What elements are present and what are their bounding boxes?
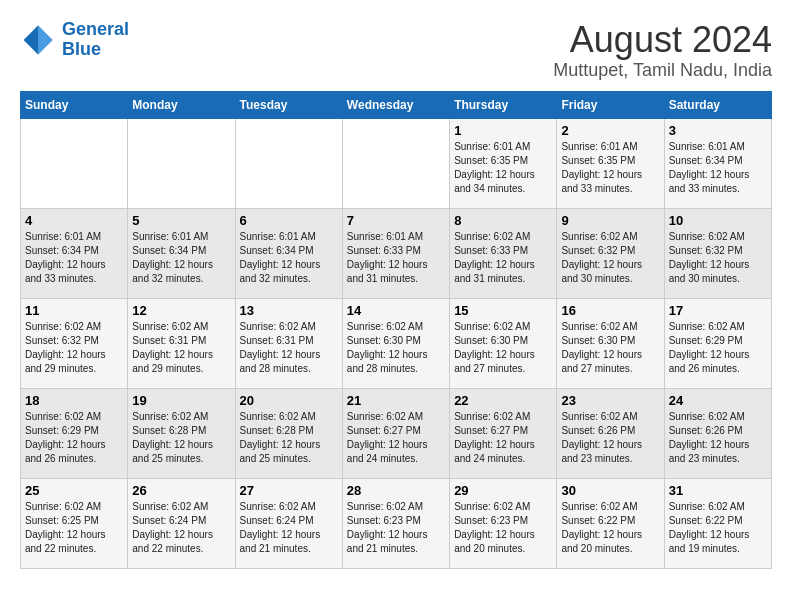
day-detail: Sunrise: 6:02 AM Sunset: 6:29 PM Dayligh… (25, 410, 123, 466)
calendar-cell (128, 118, 235, 208)
calendar-cell: 13Sunrise: 6:02 AM Sunset: 6:31 PM Dayli… (235, 298, 342, 388)
day-detail: Sunrise: 6:01 AM Sunset: 6:35 PM Dayligh… (454, 140, 552, 196)
day-detail: Sunrise: 6:02 AM Sunset: 6:26 PM Dayligh… (669, 410, 767, 466)
calendar-cell: 6Sunrise: 6:01 AM Sunset: 6:34 PM Daylig… (235, 208, 342, 298)
day-number: 7 (347, 213, 445, 228)
calendar-cell: 18Sunrise: 6:02 AM Sunset: 6:29 PM Dayli… (21, 388, 128, 478)
day-detail: Sunrise: 6:02 AM Sunset: 6:22 PM Dayligh… (669, 500, 767, 556)
day-detail: Sunrise: 6:02 AM Sunset: 6:23 PM Dayligh… (454, 500, 552, 556)
weekday-header: Friday (557, 91, 664, 118)
day-number: 11 (25, 303, 123, 318)
calendar-cell: 10Sunrise: 6:02 AM Sunset: 6:32 PM Dayli… (664, 208, 771, 298)
calendar-week-row: 1Sunrise: 6:01 AM Sunset: 6:35 PM Daylig… (21, 118, 772, 208)
calendar-cell: 29Sunrise: 6:02 AM Sunset: 6:23 PM Dayli… (450, 478, 557, 568)
calendar-cell: 8Sunrise: 6:02 AM Sunset: 6:33 PM Daylig… (450, 208, 557, 298)
day-number: 14 (347, 303, 445, 318)
day-number: 3 (669, 123, 767, 138)
calendar-cell: 2Sunrise: 6:01 AM Sunset: 6:35 PM Daylig… (557, 118, 664, 208)
calendar-cell: 15Sunrise: 6:02 AM Sunset: 6:30 PM Dayli… (450, 298, 557, 388)
day-number: 26 (132, 483, 230, 498)
day-number: 24 (669, 393, 767, 408)
day-number: 31 (669, 483, 767, 498)
day-number: 10 (669, 213, 767, 228)
calendar-cell: 7Sunrise: 6:01 AM Sunset: 6:33 PM Daylig… (342, 208, 449, 298)
weekday-header: Thursday (450, 91, 557, 118)
day-number: 1 (454, 123, 552, 138)
day-number: 6 (240, 213, 338, 228)
day-detail: Sunrise: 6:01 AM Sunset: 6:34 PM Dayligh… (669, 140, 767, 196)
calendar-cell: 27Sunrise: 6:02 AM Sunset: 6:24 PM Dayli… (235, 478, 342, 568)
day-detail: Sunrise: 6:02 AM Sunset: 6:26 PM Dayligh… (561, 410, 659, 466)
weekday-header: Tuesday (235, 91, 342, 118)
day-number: 13 (240, 303, 338, 318)
day-number: 22 (454, 393, 552, 408)
day-number: 30 (561, 483, 659, 498)
day-number: 5 (132, 213, 230, 228)
day-detail: Sunrise: 6:02 AM Sunset: 6:28 PM Dayligh… (240, 410, 338, 466)
day-detail: Sunrise: 6:02 AM Sunset: 6:25 PM Dayligh… (25, 500, 123, 556)
day-number: 18 (25, 393, 123, 408)
day-detail: Sunrise: 6:02 AM Sunset: 6:32 PM Dayligh… (25, 320, 123, 376)
day-number: 17 (669, 303, 767, 318)
day-detail: Sunrise: 6:02 AM Sunset: 6:31 PM Dayligh… (240, 320, 338, 376)
day-detail: Sunrise: 6:02 AM Sunset: 6:22 PM Dayligh… (561, 500, 659, 556)
day-detail: Sunrise: 6:02 AM Sunset: 6:29 PM Dayligh… (669, 320, 767, 376)
calendar-week-row: 11Sunrise: 6:02 AM Sunset: 6:32 PM Dayli… (21, 298, 772, 388)
day-detail: Sunrise: 6:02 AM Sunset: 6:30 PM Dayligh… (561, 320, 659, 376)
calendar-cell: 1Sunrise: 6:01 AM Sunset: 6:35 PM Daylig… (450, 118, 557, 208)
calendar-cell: 21Sunrise: 6:02 AM Sunset: 6:27 PM Dayli… (342, 388, 449, 478)
day-detail: Sunrise: 6:01 AM Sunset: 6:33 PM Dayligh… (347, 230, 445, 286)
calendar-cell (21, 118, 128, 208)
day-number: 2 (561, 123, 659, 138)
calendar-week-row: 4Sunrise: 6:01 AM Sunset: 6:34 PM Daylig… (21, 208, 772, 298)
day-number: 12 (132, 303, 230, 318)
calendar-cell: 20Sunrise: 6:02 AM Sunset: 6:28 PM Dayli… (235, 388, 342, 478)
calendar-cell: 22Sunrise: 6:02 AM Sunset: 6:27 PM Dayli… (450, 388, 557, 478)
day-number: 28 (347, 483, 445, 498)
calendar-week-row: 18Sunrise: 6:02 AM Sunset: 6:29 PM Dayli… (21, 388, 772, 478)
day-detail: Sunrise: 6:02 AM Sunset: 6:32 PM Dayligh… (561, 230, 659, 286)
calendar-cell: 4Sunrise: 6:01 AM Sunset: 6:34 PM Daylig… (21, 208, 128, 298)
day-number: 20 (240, 393, 338, 408)
calendar-cell: 11Sunrise: 6:02 AM Sunset: 6:32 PM Dayli… (21, 298, 128, 388)
day-detail: Sunrise: 6:02 AM Sunset: 6:31 PM Dayligh… (132, 320, 230, 376)
day-number: 9 (561, 213, 659, 228)
calendar-cell: 30Sunrise: 6:02 AM Sunset: 6:22 PM Dayli… (557, 478, 664, 568)
day-number: 4 (25, 213, 123, 228)
day-detail: Sunrise: 6:01 AM Sunset: 6:35 PM Dayligh… (561, 140, 659, 196)
day-number: 19 (132, 393, 230, 408)
day-detail: Sunrise: 6:02 AM Sunset: 6:23 PM Dayligh… (347, 500, 445, 556)
weekday-header: Saturday (664, 91, 771, 118)
day-detail: Sunrise: 6:02 AM Sunset: 6:30 PM Dayligh… (347, 320, 445, 376)
day-detail: Sunrise: 6:02 AM Sunset: 6:27 PM Dayligh… (454, 410, 552, 466)
logo: General Blue (20, 20, 129, 60)
day-detail: Sunrise: 6:01 AM Sunset: 6:34 PM Dayligh… (25, 230, 123, 286)
day-detail: Sunrise: 6:02 AM Sunset: 6:33 PM Dayligh… (454, 230, 552, 286)
logo-text: General Blue (62, 20, 129, 60)
calendar-cell: 16Sunrise: 6:02 AM Sunset: 6:30 PM Dayli… (557, 298, 664, 388)
weekday-header-row: SundayMondayTuesdayWednesdayThursdayFrid… (21, 91, 772, 118)
calendar-cell: 14Sunrise: 6:02 AM Sunset: 6:30 PM Dayli… (342, 298, 449, 388)
calendar-cell: 9Sunrise: 6:02 AM Sunset: 6:32 PM Daylig… (557, 208, 664, 298)
calendar-cell: 12Sunrise: 6:02 AM Sunset: 6:31 PM Dayli… (128, 298, 235, 388)
calendar-cell: 31Sunrise: 6:02 AM Sunset: 6:22 PM Dayli… (664, 478, 771, 568)
day-detail: Sunrise: 6:02 AM Sunset: 6:32 PM Dayligh… (669, 230, 767, 286)
calendar-cell: 19Sunrise: 6:02 AM Sunset: 6:28 PM Dayli… (128, 388, 235, 478)
calendar-cell: 28Sunrise: 6:02 AM Sunset: 6:23 PM Dayli… (342, 478, 449, 568)
calendar-cell: 26Sunrise: 6:02 AM Sunset: 6:24 PM Dayli… (128, 478, 235, 568)
day-detail: Sunrise: 6:02 AM Sunset: 6:24 PM Dayligh… (240, 500, 338, 556)
calendar-cell: 5Sunrise: 6:01 AM Sunset: 6:34 PM Daylig… (128, 208, 235, 298)
day-number: 23 (561, 393, 659, 408)
day-number: 16 (561, 303, 659, 318)
day-detail: Sunrise: 6:01 AM Sunset: 6:34 PM Dayligh… (132, 230, 230, 286)
calendar-cell: 23Sunrise: 6:02 AM Sunset: 6:26 PM Dayli… (557, 388, 664, 478)
day-number: 29 (454, 483, 552, 498)
page-subtitle: Muttupet, Tamil Nadu, India (553, 60, 772, 81)
day-detail: Sunrise: 6:02 AM Sunset: 6:30 PM Dayligh… (454, 320, 552, 376)
day-detail: Sunrise: 6:01 AM Sunset: 6:34 PM Dayligh… (240, 230, 338, 286)
day-number: 8 (454, 213, 552, 228)
day-detail: Sunrise: 6:02 AM Sunset: 6:27 PM Dayligh… (347, 410, 445, 466)
calendar-cell: 3Sunrise: 6:01 AM Sunset: 6:34 PM Daylig… (664, 118, 771, 208)
day-detail: Sunrise: 6:02 AM Sunset: 6:28 PM Dayligh… (132, 410, 230, 466)
page-title: August 2024 (553, 20, 772, 60)
